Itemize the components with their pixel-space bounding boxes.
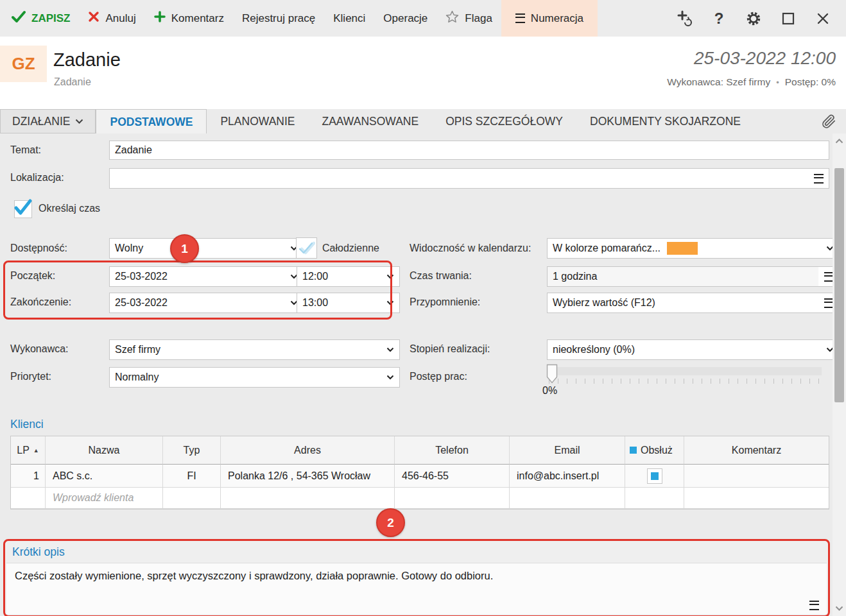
clients-button-label: Klienci [333,12,365,25]
tab-podstawowe[interactable]: PODSTAWOWE [96,109,207,134]
widocznosc-label: Widoczność w kalendarzu: [410,243,531,254]
newrow-cell-telefon[interactable] [395,488,510,509]
dostepnosc-select[interactable]: Wolny [109,238,304,259]
cell-lp[interactable]: 1 [11,465,46,488]
column-header-lp[interactable]: LP▲ [11,436,46,465]
column-header-telefon[interactable]: Telefon [395,436,510,465]
scroll-up-button[interactable] [833,135,846,148]
priorytet-select[interactable]: Normalny [109,367,400,388]
cell-typ[interactable]: FI [163,465,221,488]
newrow-cell-nazwa[interactable]: Wprowadź klienta [46,488,163,509]
krotki-opis-panel: Krótki opis Części zostały wymienione, s… [3,539,830,616]
save-button-label: ZAPISZ [31,12,70,25]
progress-slider-handle[interactable] [546,364,558,386]
question-icon: ? [714,10,724,28]
cell-nazwa[interactable]: ABC s.c. [46,465,163,488]
x-icon [88,11,99,26]
czas-trwania-field[interactable]: 1 godzina [547,266,840,287]
tab-dokumenty-skojarzone[interactable]: DOKUMENTY SKOJARZONE [576,109,754,133]
register-work-button[interactable]: Rejestruj pracę [233,0,324,37]
cancel-button[interactable]: Anuluj [79,0,144,37]
lokalizacja-picker-button[interactable] [809,169,829,188]
column-header-obsluzony[interactable]: Obsłuż [625,436,684,465]
check-icon [12,10,26,26]
column-header-obsluzony-label: Obsłuż [641,445,673,456]
tab-planowanie[interactable]: PLANOWANIE [207,109,308,133]
okreslaj-czas-checkbox[interactable] [14,200,32,218]
cell-adres[interactable]: Polanka 12/6 , 54-365 Wrocław [221,465,395,488]
temat-input[interactable] [110,144,829,156]
tab-zaawansowane-label: ZAAWANSOWANE [322,115,419,128]
flag-button[interactable]: Flaga [436,0,501,37]
column-header-komentarz[interactable]: Komentarz [684,436,829,465]
tab-planowanie-label: PLANOWANIE [220,115,295,128]
attachments-button[interactable] [820,109,846,133]
column-header-nazwa-label: Nazwa [89,445,120,456]
progress-slider-track[interactable] [547,367,822,375]
comment-button[interactable]: Komentarz [145,0,233,37]
column-header-typ[interactable]: Typ [163,436,221,465]
tab-dokumenty-skojarzone-label: DOKUMENTY SKOJARZONE [590,115,741,128]
save-button[interactable]: ZAPISZ [0,0,79,37]
calodzienne-checkbox[interactable] [296,237,317,259]
operations-button-label: Operacje [383,12,427,25]
tab-dzialanie-label: DZIAŁANIE [12,115,70,128]
check-icon [13,200,33,216]
okreslaj-czas-label: Określaj czas [39,203,100,214]
meta-progress: Postęp: 0% [785,76,836,88]
clients-button[interactable]: Klienci [324,0,374,37]
poczatek-date-select[interactable]: 25-03-2022 [109,266,304,287]
page-subtitle: Zadanie [54,76,91,88]
scroll-down-button[interactable] [833,602,846,615]
hamburger-icon[interactable] [809,601,819,610]
avatar: GZ [0,46,47,82]
scrollbar-thumb[interactable] [834,168,844,402]
newrow-cell-typ[interactable] [163,488,221,509]
close-button[interactable] [810,6,836,31]
settings-button[interactable] [741,6,766,31]
tab-zaawansowane[interactable]: ZAAWANSOWANE [308,109,432,133]
zakonczenie-date-select[interactable]: 25-03-2022 [109,293,304,313]
progress-slider-ticks [549,379,822,384]
maximize-button[interactable] [775,6,801,31]
chevron-up-icon [835,139,843,144]
cell-telefon[interactable]: 456-46-55 [395,465,510,488]
cell-komentarz[interactable] [684,465,829,488]
krotki-opis-textarea[interactable]: Części zostały wymienione, sprzęt wyczys… [6,563,827,614]
meta-executor: Wykonawca: Szef firmy [667,76,770,88]
temat-input-wrap [109,141,829,160]
newrow-cell-lp[interactable] [11,488,46,509]
cancel-button-label: Anuluj [105,12,135,25]
newrow-cell-adres[interactable] [221,488,395,509]
przypomnienie-field[interactable]: Wybierz wartość (F12) [547,293,840,313]
poczatek-label: Początek: [10,270,55,282]
column-header-telefon-label: Telefon [435,445,469,456]
lokalizacja-input[interactable] [110,173,809,184]
column-header-nazwa[interactable]: Nazwa [46,436,163,465]
plus-icon [154,11,166,26]
checkbox-column-icon [630,447,637,454]
newrow-cell-obsluzony[interactable] [625,488,684,509]
task-datetime: 25-03-2022 12:00 [694,48,836,69]
obsluzony-checkbox[interactable] [647,468,662,484]
operations-button[interactable]: Operacje [374,0,436,37]
poczatek-time-select[interactable]: 12:00 [297,266,400,287]
tab-dzialanie-dropdown[interactable]: DZIAŁANIE [0,109,96,133]
wykonawca-select[interactable]: Szef firmy [109,339,400,360]
newrow-cell-email[interactable] [510,488,625,509]
temat-label: Temat: [10,144,41,156]
czas-trwania-value: 1 godzina [553,271,597,282]
cell-email[interactable]: info@abc.insert.pl [510,465,625,488]
numbering-button[interactable]: Numeracja [501,0,598,37]
column-header-adres[interactable]: Adres [221,436,395,465]
newrow-cell-komentarz[interactable] [684,488,829,509]
widocznosc-select[interactable]: W kolorze pomarańcz... [547,238,840,259]
stopien-label: Stopień realizacji: [410,343,490,355]
star-icon [445,10,459,26]
tab-opis-szczegolowy[interactable]: OPIS SZCZEGÓŁOWY [432,109,576,133]
zakonczenie-time-select[interactable]: 13:00 [297,293,400,313]
column-header-email[interactable]: Email [510,436,625,465]
help-button[interactable]: ? [706,6,732,31]
stopien-select[interactable]: nieokreślony (0%) [547,339,840,360]
add-refresh-button[interactable] [671,6,697,31]
